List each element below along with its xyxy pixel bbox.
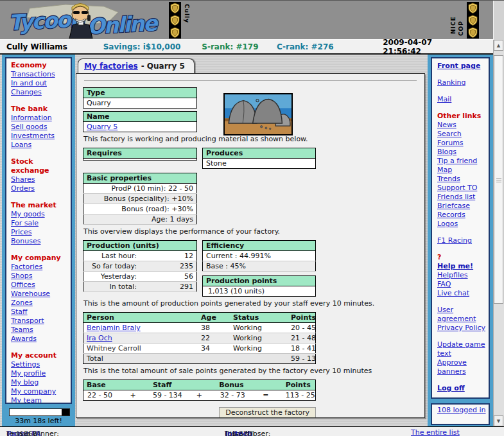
sidebar-link[interactable]: Offices — [11, 281, 35, 289]
sidebar-link[interactable]: Settings — [11, 360, 40, 369]
sidebar-item: Loans — [11, 141, 68, 150]
sidebar-link[interactable]: Shares — [11, 175, 35, 184]
tab-factory-name: - Quarry 5 — [141, 62, 185, 71]
sidebar-item: Sell goods — [11, 123, 68, 132]
sidebar-item: Investments — [11, 132, 68, 141]
staff-row: Benjamin Braly 38 Working 20 - 45 — [83, 323, 316, 333]
scroll-up-button[interactable]: ▲ — [494, 40, 503, 51]
scrollbar-grip-icon — [496, 180, 501, 180]
sidebar-link[interactable]: Warehouse — [11, 290, 50, 298]
sidebar-link[interactable]: My company — [11, 387, 56, 396]
scroll-down-button[interactable]: ▼ — [494, 415, 503, 426]
sidebar-link[interactable]: Transport — [11, 317, 44, 325]
sidebar-link[interactable]: Helpfiles — [437, 271, 468, 279]
sidebar-link[interactable]: Awards — [11, 335, 37, 343]
sidebar-link[interactable]: FAQ — [437, 280, 451, 288]
sidebar-link[interactable]: Bonuses — [11, 237, 40, 245]
sidebar-link[interactable]: Sell goods — [11, 123, 48, 131]
requires-produces-row: Requires Produces Stone — [83, 148, 418, 169]
sidebar-item: Changes — [11, 88, 68, 97]
sidebar-link[interactable]: Support TO — [437, 184, 477, 192]
sidebar-link[interactable]: Blogs — [437, 148, 456, 156]
sidebar-link[interactable]: Mail — [437, 95, 451, 103]
round-timer-label: 33m 18s left! — [2, 417, 75, 425]
sidebar-item: Search — [437, 130, 487, 139]
sidebar-link[interactable]: Zones — [11, 299, 33, 307]
staff-name-link[interactable]: Ira Och — [87, 334, 112, 342]
s-rank-label: S-rank: #179 — [202, 42, 277, 51]
sale-note: This is the total amount of sale points … — [83, 367, 417, 376]
sidebar-link[interactable]: Ranking — [437, 78, 466, 87]
sidebar-link[interactable]: For sale — [11, 219, 39, 227]
sidebar-item: My company — [11, 254, 68, 263]
sidebar-item: Orders — [11, 184, 68, 193]
round-progress-bar — [9, 408, 70, 416]
sidebar-item: F1 Racing — [437, 236, 487, 245]
sidebar-link[interactable]: Live chat — [437, 289, 469, 297]
sidebar-link[interactable]: Factories — [11, 263, 42, 271]
sidebar-item: Information — [11, 114, 68, 123]
production-efficiency-row: Production (units) Last hour: 12 So far … — [83, 240, 418, 297]
sidebar-link: Stock exchange — [11, 157, 49, 175]
sidebar-link[interactable]: Transactions — [11, 70, 55, 78]
sidebar-item: FAQ — [437, 280, 487, 289]
sidebar-link[interactable]: In and out — [11, 79, 47, 87]
sidebar-link[interactable]: My profile — [11, 369, 46, 378]
sidebar-link[interactable]: Orders — [11, 184, 35, 193]
sidebar-link[interactable]: My blog — [11, 378, 39, 387]
sidebar-item: For sale — [11, 219, 68, 228]
sidebar-link[interactable]: Staff — [11, 308, 28, 316]
logged-in-box: 108 logged in — [431, 403, 490, 425]
sidebar-link[interactable]: My team — [11, 396, 42, 404]
sidebar-link[interactable]: Loans — [11, 141, 31, 149]
sidebar-link[interactable]: Shops — [11, 272, 32, 280]
sidebar-link[interactable]: Friends list — [437, 193, 475, 201]
c-rank-label: C-rank: #276 — [277, 42, 383, 51]
sidebar-link[interactable]: Information — [11, 114, 52, 122]
sidebar-item: My goods — [11, 210, 68, 219]
production-row: Last hour: 12 — [83, 251, 197, 261]
sidebar-link[interactable]: Log off — [437, 384, 465, 392]
sidebar-link[interactable]: Trends — [437, 175, 460, 183]
sidebar-link[interactable]: Approve banners — [437, 358, 467, 376]
sidebar-link[interactable]: My goods — [11, 210, 45, 218]
type-table: Type Quarry — [83, 87, 197, 109]
my-factories-link[interactable]: My factories — [84, 62, 138, 71]
sidebar-link[interactable]: Map — [437, 166, 452, 174]
sidebar-item: Teams — [11, 326, 68, 335]
entire-list-link[interactable]: The entire list — [411, 428, 460, 436]
factory-name-link[interactable]: Quarry 5 — [87, 123, 117, 131]
sidebar-link[interactable]: Tip a friend — [437, 157, 477, 165]
sidebar-link[interactable]: Investments — [11, 132, 55, 140]
sidebar-link[interactable]: Forums — [437, 139, 464, 147]
deconstruct-button[interactable]: Deconstruct the factory — [219, 407, 316, 418]
sidebar-item: ? — [437, 253, 487, 262]
sidebar-link[interactable]: News — [437, 121, 456, 129]
sidebar-link[interactable]: Front page — [437, 62, 480, 70]
sidebar-link[interactable]: Logos — [437, 220, 458, 228]
sidebar-link[interactable]: Update game text — [437, 340, 485, 358]
sidebar-link[interactable]: F1 Racing — [437, 236, 472, 245]
sidebar-link[interactable]: Teams — [11, 326, 33, 334]
sidebar-link[interactable]: Briefcase — [437, 202, 470, 210]
sidebar-item: Warehouse — [11, 290, 68, 299]
sidebar-link[interactable]: Prices — [11, 228, 32, 236]
sidebar-item: My account — [11, 351, 68, 360]
staff-name-link[interactable]: Benjamin Braly — [87, 324, 141, 332]
sidebar-link[interactable]: User agreement — [437, 306, 476, 323]
page-scrollbar[interactable]: ▲ ▼ — [493, 40, 504, 426]
sidebar-link[interactable]: Search — [437, 130, 462, 138]
scrollbar-thumb[interactable] — [494, 55, 503, 304]
left-sidebar-panel: Economy Transactions In and out Changes — [2, 55, 75, 426]
production-row: Yesterday: 56 — [83, 272, 197, 282]
logged-in-link[interactable]: 108 logged in — [437, 406, 486, 415]
sidebar-link[interactable]: Changes — [11, 88, 42, 96]
sidebar-link[interactable]: Records — [437, 211, 465, 219]
sidebar-item: Zones — [11, 299, 68, 308]
sidebar-item: User agreement — [437, 306, 487, 324]
staff-name-link: Whitney Carroll — [87, 344, 141, 353]
sidebar-link[interactable]: Privacy Policy — [437, 324, 485, 332]
sidebar-link[interactable]: Help me! — [437, 262, 473, 270]
sidebar-item: Settings — [11, 360, 68, 369]
requires-value — [83, 159, 197, 161]
